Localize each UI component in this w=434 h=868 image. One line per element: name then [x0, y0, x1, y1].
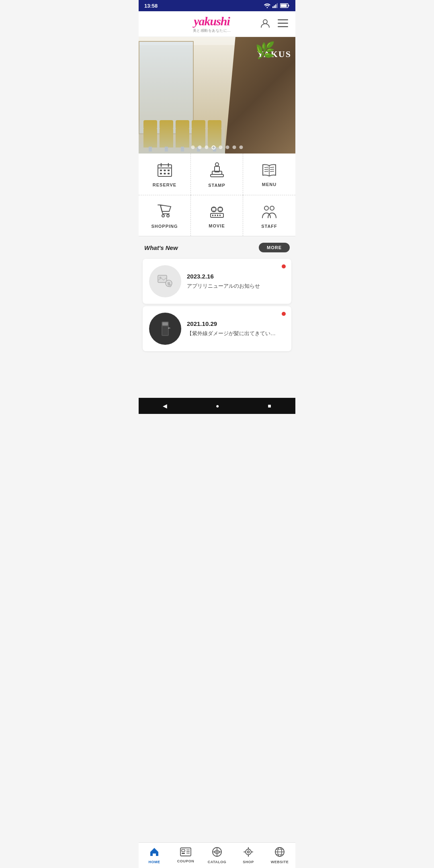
dot-7[interactable]: [233, 145, 236, 149]
svg-line-30: [270, 167, 274, 168]
signal-icon: [272, 3, 278, 8]
status-icons: [264, 3, 290, 8]
news-badge-2: [282, 312, 286, 316]
svg-rect-18: [168, 170, 170, 171]
svg-rect-3: [275, 4, 276, 8]
svg-rect-16: [160, 170, 162, 171]
svg-rect-7: [281, 4, 287, 7]
dot-6[interactable]: [226, 145, 229, 149]
menu-movie[interactable]: MOVIE: [191, 195, 243, 236]
cart-icon: [157, 204, 172, 221]
menu-staff[interactable]: STAFF: [243, 195, 295, 236]
svg-rect-39: [215, 215, 216, 216]
svg-point-25: [215, 163, 219, 166]
slider-dots: [191, 145, 243, 149]
android-nav: ◀ ● ■: [139, 398, 295, 414]
svg-rect-54: [162, 326, 168, 335]
news-thumb-2: milbon: [149, 313, 181, 345]
svg-rect-2: [274, 6, 275, 8]
battery-icon: [280, 3, 290, 8]
profile-icon[interactable]: [260, 18, 270, 30]
svg-line-29: [264, 171, 268, 172]
movie-label: MOVIE: [209, 223, 225, 228]
stamp-label: STAMP: [208, 183, 225, 188]
wifi-icon: [264, 3, 270, 8]
menu-menu[interactable]: MENU: [243, 154, 295, 195]
news-card-2[interactable]: milbon 2021.10.29 【紫外線ダメージが髪に出てきてい…: [143, 306, 291, 351]
svg-rect-21: [168, 173, 170, 174]
header-icons: [260, 18, 288, 30]
logo: yakushi 美と感動をあなたに…: [193, 14, 231, 33]
news-date-1: 2023.2.16: [187, 273, 285, 280]
svg-rect-17: [164, 170, 166, 171]
plants-decoration: 🌿: [255, 41, 275, 60]
book-icon: [261, 163, 277, 179]
svg-point-0: [267, 7, 268, 8]
dot-3[interactable]: [205, 145, 209, 149]
calendar-icon: [157, 163, 172, 179]
dot-5[interactable]: [219, 145, 223, 149]
svg-rect-6: [289, 5, 289, 6]
svg-rect-9: [278, 19, 288, 20]
news-thumb-1: [149, 265, 181, 297]
dot-1[interactable]: [191, 145, 195, 149]
svg-rect-1: [272, 6, 274, 8]
hero-image: YAKUS 🌿: [139, 37, 295, 154]
svg-rect-52: [162, 322, 168, 326]
scroll-content: What's New MORE 2023.2.16 アプリリニューアルのお知らせ: [139, 236, 295, 398]
svg-rect-41: [219, 215, 221, 216]
news-badge-1: [282, 264, 286, 268]
whats-new-section: What's New MORE: [139, 236, 295, 256]
image-placeholder-icon: [157, 274, 173, 289]
svg-point-33: [162, 215, 164, 217]
status-bar: 13:58: [139, 0, 295, 11]
home-button[interactable]: ●: [216, 403, 219, 409]
menu-stamp[interactable]: STAMP: [191, 154, 243, 195]
svg-rect-20: [164, 173, 166, 174]
svg-point-50: [169, 285, 171, 287]
svg-point-34: [167, 215, 169, 217]
grid-menu: RESERVE STAMP MENU: [139, 154, 295, 236]
dot-4[interactable]: [212, 145, 216, 149]
dot-8[interactable]: [240, 145, 243, 149]
svg-point-44: [264, 206, 268, 210]
logo-subtitle: 美と感動をあなたに…: [193, 28, 231, 33]
hero-slider[interactable]: YAKUS 🌿: [139, 37, 295, 154]
staff-icon: [261, 204, 278, 221]
svg-rect-38: [212, 215, 213, 216]
news-text-1: アプリリニューアルのお知らせ: [187, 282, 285, 290]
news-card-1[interactable]: 2023.2.16 アプリリニューアルのお知らせ: [143, 259, 291, 304]
news-content-1: 2023.2.16 アプリリニューアルのお知らせ: [187, 273, 285, 290]
news-content-2: 2021.10.29 【紫外線ダメージが髪に出てきてい…: [187, 320, 285, 338]
menu-reserve[interactable]: RESERVE: [139, 154, 191, 195]
recent-button[interactable]: ■: [268, 403, 271, 409]
app-header: yakushi 美と感動をあなたに…: [139, 11, 295, 37]
movie-icon: [209, 205, 225, 220]
more-button[interactable]: MORE: [259, 243, 290, 252]
svg-rect-10: [278, 23, 288, 24]
svg-rect-40: [217, 215, 218, 216]
menu-icon[interactable]: [278, 19, 288, 29]
svg-line-31: [270, 169, 274, 170]
svg-rect-19: [160, 173, 162, 174]
stamp-icon: [210, 162, 224, 180]
shopping-label: SHOPPING: [151, 224, 178, 229]
svg-rect-42: [212, 208, 216, 211]
svg-point-8: [263, 20, 267, 24]
menu-shopping[interactable]: SHOPPING: [139, 195, 191, 236]
logo-text: yakushi: [194, 14, 230, 28]
back-button[interactable]: ◀: [163, 403, 167, 409]
staff-label: STAFF: [261, 224, 277, 229]
svg-rect-23: [211, 174, 223, 177]
svg-rect-4: [277, 3, 278, 8]
menu-label: MENU: [262, 182, 276, 187]
news-text-2: 【紫外線ダメージが髪に出てきてい…: [187, 330, 285, 338]
product-icon: milbon: [158, 321, 173, 337]
svg-line-32: [270, 171, 274, 172]
svg-rect-11: [278, 26, 288, 27]
reserve-label: RESERVE: [153, 182, 176, 187]
svg-line-28: [264, 169, 268, 170]
dot-2[interactable]: [198, 145, 202, 149]
news-date-2: 2021.10.29: [187, 320, 285, 327]
svg-rect-43: [218, 208, 222, 211]
